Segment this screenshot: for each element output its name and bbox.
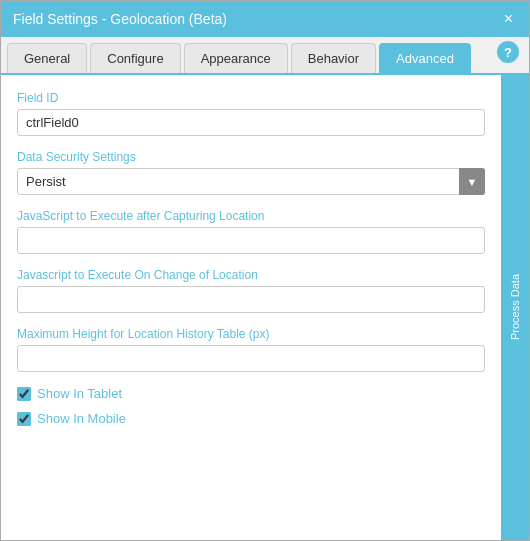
dialog-title: Field Settings - Geolocation (Beta): [13, 11, 227, 27]
data-security-select[interactable]: Persist Clear Encrypt: [17, 168, 485, 195]
js-capture-label: JavaScript to Execute after Capturing Lo…: [17, 209, 485, 223]
show-tablet-checkbox[interactable]: [17, 387, 31, 401]
data-security-select-wrapper: Persist Clear Encrypt ▼: [17, 168, 485, 195]
max-height-label: Maximum Height for Location History Tabl…: [17, 327, 485, 341]
titlebar: Field Settings - Geolocation (Beta) ×: [1, 1, 529, 37]
tab-advanced[interactable]: Advanced: [379, 43, 471, 73]
show-mobile-row: Show In Mobile: [17, 411, 485, 426]
data-security-label: Data Security Settings: [17, 150, 485, 164]
tab-configure[interactable]: Configure: [90, 43, 180, 73]
content-area: Field ID Data Security Settings Persist …: [1, 75, 501, 540]
js-capture-input[interactable]: [17, 227, 485, 254]
help-icon[interactable]: ?: [497, 41, 519, 63]
dialog: Field Settings - Geolocation (Beta) × ? …: [0, 0, 530, 541]
field-id-label: Field ID: [17, 91, 485, 105]
show-tablet-row: Show In Tablet: [17, 386, 485, 401]
close-button[interactable]: ×: [500, 9, 517, 29]
show-mobile-label[interactable]: Show In Mobile: [37, 411, 126, 426]
js-capture-group: JavaScript to Execute after Capturing Lo…: [17, 209, 485, 254]
data-security-group: Data Security Settings Persist Clear Enc…: [17, 150, 485, 195]
tab-appearance[interactable]: Appearance: [184, 43, 288, 73]
show-tablet-label[interactable]: Show In Tablet: [37, 386, 122, 401]
dialog-body: Field ID Data Security Settings Persist …: [1, 75, 529, 540]
field-id-group: Field ID: [17, 91, 485, 136]
js-change-group: Javascript to Execute On Change of Locat…: [17, 268, 485, 313]
show-mobile-checkbox[interactable]: [17, 412, 31, 426]
js-change-input[interactable]: [17, 286, 485, 313]
tab-behavior[interactable]: Behavior: [291, 43, 376, 73]
max-height-input[interactable]: [17, 345, 485, 372]
max-height-group: Maximum Height for Location History Tabl…: [17, 327, 485, 372]
tabs-bar: General Configure Appearance Behavior Ad…: [1, 37, 529, 75]
side-panel[interactable]: Process Data: [501, 75, 529, 540]
tab-general[interactable]: General: [7, 43, 87, 73]
side-panel-label: Process Data: [509, 274, 521, 340]
field-id-input[interactable]: [17, 109, 485, 136]
help-icon-container: ?: [497, 41, 519, 63]
js-change-label: Javascript to Execute On Change of Locat…: [17, 268, 485, 282]
